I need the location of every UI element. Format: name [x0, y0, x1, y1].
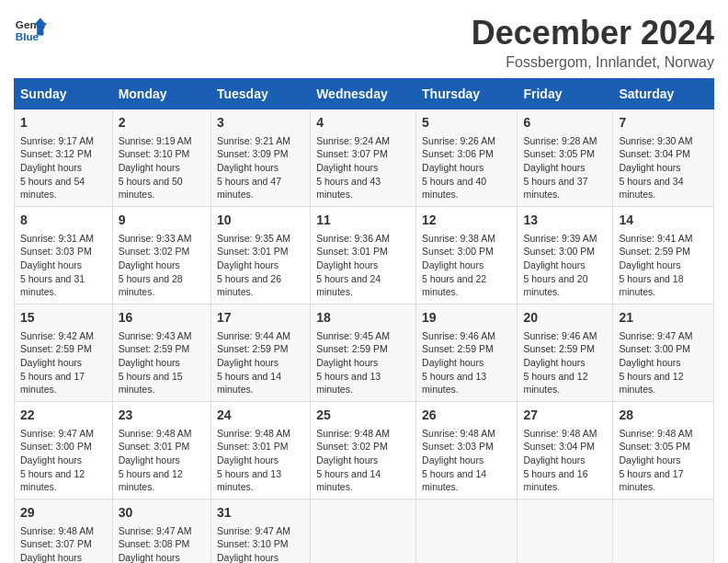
day-cell: 7 Sunrise: 9:30 AMSunset: 3:04 PMDayligh…	[613, 109, 714, 207]
day-cell: 31 Sunrise: 9:47 AMSunset: 3:10 PMDaylig…	[210, 500, 310, 563]
day-cell: 25 Sunrise: 9:48 AMSunset: 3:02 PMDaylig…	[311, 402, 416, 500]
day-info: Sunrise: 9:19 AMSunset: 3:10 PMDaylight …	[119, 134, 205, 201]
day-info: Sunrise: 9:46 AMSunset: 2:59 PMDaylight …	[523, 329, 607, 396]
day-cell: 3 Sunrise: 9:21 AMSunset: 3:09 PMDayligh…	[210, 109, 310, 207]
logo: General Blue	[14, 14, 47, 47]
day-number: 12	[422, 212, 511, 230]
day-info: Sunrise: 9:39 AMSunset: 3:00 PMDaylight …	[523, 232, 607, 299]
day-number: 4	[316, 114, 410, 132]
header-cell-thursday: Thursday	[416, 79, 518, 109]
day-cell: 24 Sunrise: 9:48 AMSunset: 3:01 PMDaylig…	[210, 402, 310, 500]
day-number: 27	[523, 407, 607, 425]
day-cell: 13 Sunrise: 9:39 AMSunset: 3:00 PMDaylig…	[518, 207, 613, 304]
day-info: Sunrise: 9:47 AMSunset: 3:00 PMDaylight …	[619, 329, 708, 396]
header: General Blue December 2024 Fossbergom, I…	[14, 14, 714, 71]
day-number: 15	[20, 309, 107, 327]
day-number: 18	[316, 309, 410, 327]
day-cell: 1 Sunrise: 9:17 AMSunset: 3:12 PMDayligh…	[15, 109, 113, 207]
day-info: Sunrise: 9:47 AMSunset: 3:08 PMDaylight …	[119, 524, 205, 563]
day-info: Sunrise: 9:31 AMSunset: 3:03 PMDaylight …	[20, 232, 107, 299]
day-info: Sunrise: 9:48 AMSunset: 3:01 PMDaylight …	[217, 427, 304, 494]
day-cell	[518, 500, 613, 563]
day-info: Sunrise: 9:48 AMSunset: 3:03 PMDaylight …	[422, 427, 511, 494]
day-info: Sunrise: 9:48 AMSunset: 3:02 PMDaylight …	[316, 427, 410, 494]
day-number: 2	[119, 114, 205, 132]
calendar-subtitle: Fossbergom, Innlandet, Norway	[472, 54, 714, 71]
day-cell: 30 Sunrise: 9:47 AMSunset: 3:08 PMDaylig…	[112, 500, 210, 563]
day-info: Sunrise: 9:47 AMSunset: 3:00 PMDaylight …	[20, 427, 107, 494]
title-area: December 2024 Fossbergom, Innlandet, Nor…	[472, 14, 714, 71]
day-number: 29	[20, 504, 107, 523]
day-info: Sunrise: 9:48 AMSunset: 3:01 PMDaylight …	[119, 427, 205, 494]
day-info: Sunrise: 9:24 AMSunset: 3:07 PMDaylight …	[316, 134, 410, 201]
day-cell: 2 Sunrise: 9:19 AMSunset: 3:10 PMDayligh…	[112, 109, 210, 207]
day-cell: 22 Sunrise: 9:47 AMSunset: 3:00 PMDaylig…	[15, 402, 113, 500]
day-cell: 16 Sunrise: 9:43 AMSunset: 2:59 PMDaylig…	[112, 304, 210, 402]
week-row-4: 22 Sunrise: 9:47 AMSunset: 3:00 PMDaylig…	[15, 402, 714, 500]
day-number: 7	[619, 114, 708, 132]
day-info: Sunrise: 9:17 AMSunset: 3:12 PMDaylight …	[20, 134, 107, 201]
day-cell: 28 Sunrise: 9:48 AMSunset: 3:05 PMDaylig…	[613, 402, 714, 500]
day-info: Sunrise: 9:48 AMSunset: 3:07 PMDaylight …	[20, 524, 107, 563]
day-info: Sunrise: 9:36 AMSunset: 3:01 PMDaylight …	[316, 232, 410, 299]
header-cell-tuesday: Tuesday	[210, 79, 310, 109]
day-cell: 17 Sunrise: 9:44 AMSunset: 2:59 PMDaylig…	[210, 304, 310, 402]
header-cell-monday: Monday	[112, 79, 210, 109]
day-cell	[613, 500, 714, 563]
day-info: Sunrise: 9:28 AMSunset: 3:05 PMDaylight …	[523, 134, 607, 201]
header-cell-saturday: Saturday	[613, 79, 714, 109]
week-row-2: 8 Sunrise: 9:31 AMSunset: 3:03 PMDayligh…	[15, 207, 714, 304]
day-number: 14	[619, 212, 708, 230]
day-number: 21	[619, 309, 708, 327]
day-cell: 29 Sunrise: 9:48 AMSunset: 3:07 PMDaylig…	[15, 500, 113, 563]
day-cell: 14 Sunrise: 9:41 AMSunset: 2:59 PMDaylig…	[613, 207, 714, 304]
day-cell: 11 Sunrise: 9:36 AMSunset: 3:01 PMDaylig…	[311, 207, 416, 304]
day-number: 22	[20, 407, 107, 425]
day-info: Sunrise: 9:42 AMSunset: 2:59 PMDaylight …	[20, 329, 107, 396]
header-cell-friday: Friday	[518, 79, 613, 109]
day-number: 19	[422, 309, 511, 327]
logo-icon: General Blue	[14, 14, 47, 47]
day-number: 13	[523, 212, 607, 230]
day-info: Sunrise: 9:21 AMSunset: 3:09 PMDaylight …	[217, 134, 304, 201]
day-info: Sunrise: 9:26 AMSunset: 3:06 PMDaylight …	[422, 134, 511, 201]
day-info: Sunrise: 9:30 AMSunset: 3:04 PMDaylight …	[619, 134, 708, 201]
day-cell: 19 Sunrise: 9:46 AMSunset: 2:59 PMDaylig…	[416, 304, 518, 402]
day-cell: 18 Sunrise: 9:45 AMSunset: 2:59 PMDaylig…	[311, 304, 416, 402]
day-number: 26	[422, 407, 511, 425]
day-info: Sunrise: 9:48 AMSunset: 3:04 PMDaylight …	[523, 427, 607, 494]
day-cell: 27 Sunrise: 9:48 AMSunset: 3:04 PMDaylig…	[518, 402, 613, 500]
week-row-3: 15 Sunrise: 9:42 AMSunset: 2:59 PMDaylig…	[15, 304, 714, 402]
day-number: 17	[217, 309, 304, 327]
day-info: Sunrise: 9:38 AMSunset: 3:00 PMDaylight …	[422, 232, 511, 299]
day-info: Sunrise: 9:43 AMSunset: 2:59 PMDaylight …	[119, 329, 205, 396]
calendar-title: December 2024	[472, 14, 714, 52]
header-row: SundayMondayTuesdayWednesdayThursdayFrid…	[15, 79, 714, 109]
calendar-table: SundayMondayTuesdayWednesdayThursdayFrid…	[14, 78, 714, 563]
svg-text:Blue: Blue	[16, 30, 40, 42]
day-info: Sunrise: 9:41 AMSunset: 2:59 PMDaylight …	[619, 232, 708, 299]
day-cell: 10 Sunrise: 9:35 AMSunset: 3:01 PMDaylig…	[210, 207, 310, 304]
day-number: 28	[619, 407, 708, 425]
day-number: 16	[119, 309, 205, 327]
day-cell: 12 Sunrise: 9:38 AMSunset: 3:00 PMDaylig…	[416, 207, 518, 304]
day-cell: 21 Sunrise: 9:47 AMSunset: 3:00 PMDaylig…	[613, 304, 714, 402]
day-number: 24	[217, 407, 304, 425]
day-number: 11	[316, 212, 410, 230]
header-cell-sunday: Sunday	[15, 79, 113, 109]
week-row-1: 1 Sunrise: 9:17 AMSunset: 3:12 PMDayligh…	[15, 109, 714, 207]
day-cell	[416, 500, 518, 563]
day-number: 25	[316, 407, 410, 425]
day-cell: 26 Sunrise: 9:48 AMSunset: 3:03 PMDaylig…	[416, 402, 518, 500]
day-info: Sunrise: 9:44 AMSunset: 2:59 PMDaylight …	[217, 329, 304, 396]
day-info: Sunrise: 9:48 AMSunset: 3:05 PMDaylight …	[619, 427, 708, 494]
day-number: 6	[523, 114, 607, 132]
day-number: 10	[217, 212, 304, 230]
day-number: 3	[217, 114, 304, 132]
day-cell: 20 Sunrise: 9:46 AMSunset: 2:59 PMDaylig…	[518, 304, 613, 402]
day-cell	[311, 500, 416, 563]
day-number: 1	[20, 114, 107, 132]
day-info: Sunrise: 9:35 AMSunset: 3:01 PMDaylight …	[217, 232, 304, 299]
day-cell: 8 Sunrise: 9:31 AMSunset: 3:03 PMDayligh…	[15, 207, 113, 304]
day-cell: 4 Sunrise: 9:24 AMSunset: 3:07 PMDayligh…	[311, 109, 416, 207]
